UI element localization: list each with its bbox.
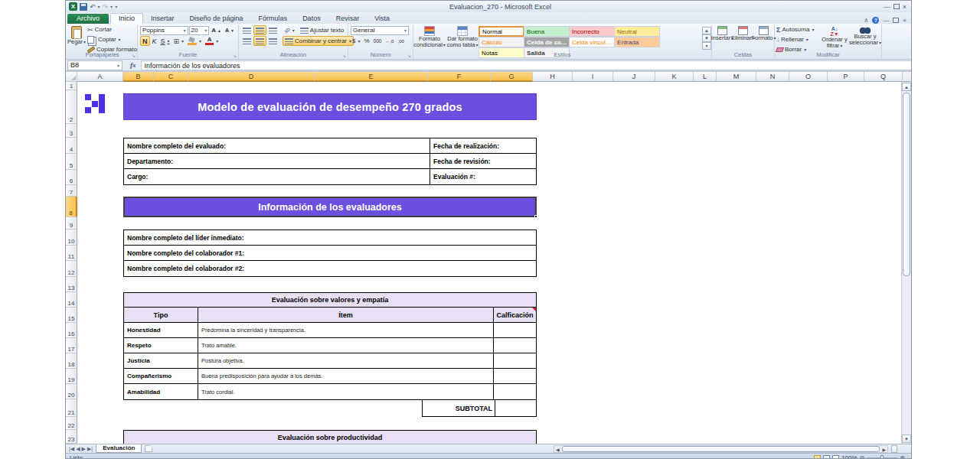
scroll-right-icon[interactable]: ▶ [880, 447, 887, 452]
section-header-evaluators[interactable]: Información de los evaluadores [123, 197, 537, 217]
cell-style-celda-vincul-[interactable]: Celda vincul... [569, 37, 615, 47]
undo-icon[interactable]: ↶ [90, 3, 96, 11]
ribbon-tab-datos[interactable]: Datos [295, 14, 328, 24]
sheet-grid[interactable]: 1234567891011121314151617181920212223 Mo… [66, 82, 911, 444]
column-header-L[interactable]: L [694, 71, 717, 82]
column-header-G[interactable]: G [491, 71, 533, 82]
workbook-close-button[interactable]: × [903, 17, 906, 24]
orientation-button[interactable]: ab [283, 25, 296, 35]
name-box[interactable]: B8▾ [67, 60, 122, 70]
ribbon-tab-revisar[interactable]: Revisar [328, 14, 368, 24]
formula-input[interactable]: Información de los evaluadores [141, 60, 912, 70]
row-header-17[interactable]: 17 [66, 338, 77, 353]
row-header-22[interactable]: 22 [66, 417, 77, 430]
vertical-scroll-thumb[interactable] [903, 93, 910, 276]
column-header-N[interactable]: N [756, 71, 789, 82]
values-tipo[interactable]: Respeto [124, 338, 198, 353]
info-label-right[interactable]: Fecha de realización: [430, 138, 536, 153]
column-header-K[interactable]: K [655, 71, 694, 82]
scroll-down-icon[interactable]: ▼ [902, 435, 911, 443]
row-header-6[interactable]: 6 [66, 170, 77, 185]
cut-button[interactable]: ✂Cortar [86, 24, 139, 34]
help-icon[interactable]: ? [872, 17, 879, 24]
currency-button[interactable]: $ [351, 36, 361, 46]
sheet-tab-evaluacion[interactable]: Evaluación [96, 444, 142, 453]
row-header-4[interactable]: 4 [66, 138, 77, 154]
merge-center-button[interactable]: Combinar y centrar [283, 36, 354, 46]
row-header-15[interactable]: 15 [66, 308, 77, 323]
next-sheet-icon[interactable]: ▶ [82, 446, 86, 452]
font-name-select[interactable]: Poppins▾ [140, 26, 188, 35]
values-tipo[interactable]: Compañerismo [124, 369, 198, 383]
info-label-left[interactable]: Cargo: [124, 169, 430, 184]
sheet-title-banner[interactable]: Modelo de evaluación de desempeño 270 gr… [123, 93, 537, 120]
cell-style-normal[interactable]: Normal [479, 26, 524, 37]
align-center-button[interactable] [253, 36, 266, 46]
column-header-M[interactable]: M [717, 71, 756, 82]
ribbon-tab-fórmulas[interactable]: Fórmulas [251, 14, 296, 24]
minimize-ribbon-icon[interactable]: ∧ [864, 17, 868, 24]
ribbon-tab-inicio[interactable]: Inicio [110, 13, 143, 24]
column-header-P[interactable]: P [828, 71, 864, 82]
values-tipo[interactable]: Justicia [124, 353, 198, 368]
row-header-21[interactable]: 21 [66, 399, 77, 417]
grow-font-button[interactable]: A▲ [210, 25, 223, 35]
vertical-scrollbar[interactable]: ▲ ▼ [901, 82, 911, 444]
zoom-slider[interactable] [867, 457, 897, 459]
row-header-7[interactable]: 7 [66, 185, 77, 197]
middle-align-button[interactable] [253, 25, 266, 35]
workbook-restore-button[interactable] [893, 18, 899, 23]
values-tipo[interactable]: Honestidad [124, 323, 198, 337]
evaluator-label[interactable]: Nombre completo del líder inmediato: [124, 230, 536, 245]
row-header-5[interactable]: 5 [66, 154, 77, 170]
scroll-left-icon[interactable]: ◀ [554, 447, 561, 452]
select-all-corner[interactable] [66, 71, 77, 82]
column-header-I[interactable]: I [573, 71, 613, 82]
evaluator-label[interactable]: Nombre completo del colaborador #2: [124, 261, 536, 276]
redo-dropdown-icon[interactable]: ▾ [110, 4, 113, 9]
redo-icon[interactable]: ↷ [103, 3, 109, 11]
bottom-align-button[interactable] [267, 25, 279, 35]
row-header-19[interactable]: 19 [66, 369, 77, 384]
underline-button[interactable]: S [159, 36, 172, 46]
excel-app-icon[interactable]: X [69, 2, 77, 11]
ribbon-tab-archivo[interactable]: Archivo [67, 14, 109, 24]
decrease-decimal-button[interactable]: ,00 [396, 36, 405, 46]
align-left-button[interactable] [241, 36, 253, 46]
row-header-16[interactable]: 16 [66, 323, 77, 338]
ribbon-tab-insertar[interactable]: Insertar [143, 14, 182, 24]
comma-style-button[interactable]: 000 [372, 36, 384, 46]
row-header-13[interactable]: 13 [66, 277, 77, 292]
top-align-button[interactable] [241, 25, 253, 35]
horizontal-scrollbar[interactable]: ◀ ▶ [554, 445, 888, 453]
column-header-O[interactable]: O [789, 71, 828, 82]
values-item[interactable]: Trato cordial. [198, 384, 494, 399]
scroll-up-icon[interactable]: ▲ [902, 83, 911, 91]
first-sheet-icon[interactable]: |◀ [69, 446, 74, 452]
fill-color-button[interactable] [186, 36, 203, 46]
column-header-D[interactable]: D [188, 71, 315, 82]
page-break-view-icon[interactable] [832, 455, 839, 459]
row-header-11[interactable]: 11 [66, 246, 77, 261]
evaluator-label[interactable]: Nombre completo del colaborador #1: [124, 246, 536, 260]
align-right-button[interactable] [267, 36, 279, 46]
row-header-9[interactable]: 9 [66, 217, 77, 230]
values-item[interactable]: Buena predisposición para ayudar a los d… [198, 369, 494, 383]
zoom-out-icon[interactable]: ⊖ [860, 454, 865, 459]
column-header-B[interactable]: B [123, 71, 154, 82]
column-header-E[interactable]: E [315, 71, 428, 82]
cell-style-c-lculo[interactable]: Cálculo [479, 37, 524, 47]
gallery-down-icon[interactable]: ▼ [702, 34, 711, 42]
row-header-14[interactable]: 14 [66, 292, 77, 308]
ribbon-tab-vista[interactable]: Vista [367, 14, 397, 24]
values-calificacion-cell[interactable] [494, 369, 536, 383]
italic-button[interactable]: K [151, 36, 158, 46]
undo-dropdown-icon[interactable]: ▾ [98, 4, 100, 9]
save-icon[interactable] [80, 3, 87, 11]
minimize-button[interactable]: — [884, 3, 890, 11]
values-table-title[interactable]: Evaluación sobre valores y empatía [123, 292, 537, 308]
values-calificacion-cell[interactable] [494, 353, 536, 368]
ribbon-tab-diseño-de-página[interactable]: Diseño de página [182, 14, 251, 24]
subtotal-value-cell[interactable] [495, 400, 536, 416]
number-dialog-launcher[interactable]: ↘ [407, 53, 411, 58]
